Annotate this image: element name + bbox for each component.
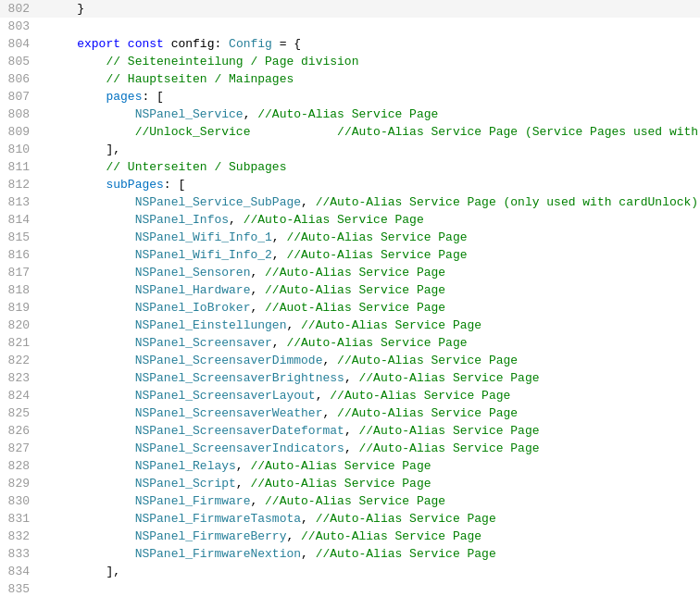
line-content: NSPanel_FirmwareNextion, //Auto-Alias Se…: [44, 545, 700, 563]
line-number: 832: [0, 528, 44, 545]
line-content: NSPanel_Service, //Auto-Alias Service Pa…: [44, 106, 700, 123]
line-number: 817: [0, 264, 44, 281]
line-content: NSPanel_Script, //Auto-Alias Service Pag…: [44, 475, 700, 492]
line-number: 811: [0, 158, 44, 176]
code-line: 822 NSPanel_ScreensaverDimmode, //Auto-A…: [0, 352, 700, 369]
line-number: 820: [0, 317, 44, 334]
code-line: 819 NSPanel_IoBroker, //Auot-Alias Servi…: [0, 299, 700, 317]
line-content: }: [44, 0, 700, 18]
code-line: 832 NSPanel_FirmwareBerry, //Auto-Alias …: [0, 528, 700, 545]
code-line: 834 ],: [0, 563, 700, 580]
line-number: 823: [0, 369, 44, 387]
code-line: 820 NSPanel_Einstellungen, //Auto-Alias …: [0, 317, 700, 334]
code-editor: 802 }803804 export const config: Config …: [0, 0, 700, 609]
code-line: 809 //Unlock_Service //Auto-Alias Servic…: [0, 123, 700, 141]
line-number: 804: [0, 35, 44, 53]
line-content: NSPanel_ScreensaverDateformat, //Auto-Al…: [44, 422, 700, 440]
line-number: 808: [0, 106, 44, 123]
line-number: 826: [0, 422, 44, 440]
code-line: 828 NSPanel_Relays, //Auto-Alias Service…: [0, 457, 700, 475]
line-number: 819: [0, 299, 44, 317]
line-content: //Unlock_Service //Auto-Alias Service Pa…: [44, 123, 700, 141]
line-content: NSPanel_Einstellungen, //Auto-Alias Serv…: [44, 317, 700, 334]
line-content: // Hauptseiten / Mainpages: [44, 70, 700, 88]
code-line: 808 NSPanel_Service, //Auto-Alias Servic…: [0, 106, 700, 123]
line-content: NSPanel_IoBroker, //Auot-Alias Service P…: [44, 299, 700, 317]
code-line: 804 export const config: Config = {: [0, 35, 700, 53]
code-line: 807 pages: [: [0, 88, 700, 106]
code-line: 818 NSPanel_Hardware, //Auto-Alias Servi…: [0, 281, 700, 299]
line-number: 814: [0, 211, 44, 229]
code-line: 812 subPages: [: [0, 176, 700, 193]
line-content: NSPanel_Wifi_Info_1, //Auto-Alias Servic…: [44, 229, 700, 246]
line-number: 803: [0, 18, 44, 35]
line-number: 827: [0, 440, 44, 457]
code-line: 817 NSPanel_Sensoren, //Auto-Alias Servi…: [0, 264, 700, 281]
code-line: 826 NSPanel_ScreensaverDateformat, //Aut…: [0, 422, 700, 440]
code-line: 816 NSPanel_Wifi_Info_2, //Auto-Alias Se…: [0, 246, 700, 264]
line-content: ],: [44, 563, 700, 580]
line-number: 831: [0, 510, 44, 528]
line-content: NSPanel_Hardware, //Auto-Alias Service P…: [44, 281, 700, 299]
code-line: 811 // Unterseiten / Subpages: [0, 158, 700, 176]
code-line: 803: [0, 18, 700, 35]
line-content: pages: [: [44, 88, 700, 106]
code-line: 823 NSPanel_ScreensaverBrightness, //Aut…: [0, 369, 700, 387]
line-content: // Seiteneinteilung / Page division: [44, 53, 700, 70]
line-number: 824: [0, 387, 44, 404]
line-content: NSPanel_Screensaver, //Auto-Alias Servic…: [44, 334, 700, 352]
line-content: NSPanel_ScreensaverIndicators, //Auto-Al…: [44, 440, 700, 457]
line-content: NSPanel_Firmware, //Auto-Alias Service P…: [44, 492, 700, 510]
line-number: 805: [0, 53, 44, 70]
code-line: 831 NSPanel_FirmwareTasmota, //Auto-Alia…: [0, 510, 700, 528]
line-content: NSPanel_Relays, //Auto-Alias Service Pag…: [44, 457, 700, 475]
line-number: 812: [0, 176, 44, 193]
line-content: NSPanel_Wifi_Info_2, //Auto-Alias Servic…: [44, 246, 700, 264]
line-content: subPages: [: [44, 176, 700, 193]
line-number: 813: [0, 193, 44, 211]
line-content: NSPanel_ScreensaverWeather, //Auto-Alias…: [44, 404, 700, 422]
code-line: 825 NSPanel_ScreensaverWeather, //Auto-A…: [0, 404, 700, 422]
line-number: 809: [0, 123, 44, 141]
line-content: NSPanel_Sensoren, //Auto-Alias Service P…: [44, 264, 700, 281]
line-content: NSPanel_Infos, //Auto-Alias Service Page: [44, 211, 700, 229]
line-number: 828: [0, 457, 44, 475]
line-number: 821: [0, 334, 44, 352]
line-content: NSPanel_Service_SubPage, //Auto-Alias Se…: [44, 193, 700, 211]
code-line: 835: [0, 580, 700, 598]
line-number: 815: [0, 229, 44, 246]
line-content: NSPanel_FirmwareTasmota, //Auto-Alias Se…: [44, 510, 700, 528]
line-content: // Unterseiten / Subpages: [44, 158, 700, 176]
line-number: 829: [0, 475, 44, 492]
code-line: 833 NSPanel_FirmwareNextion, //Auto-Alia…: [0, 545, 700, 563]
code-line: 802 }: [0, 0, 700, 18]
line-number: 818: [0, 281, 44, 299]
line-content: NSPanel_ScreensaverDimmode, //Auto-Alias…: [44, 352, 700, 369]
code-line: 815 NSPanel_Wifi_Info_1, //Auto-Alias Se…: [0, 229, 700, 246]
line-number: 835: [0, 580, 44, 598]
code-line: 814 NSPanel_Infos, //Auto-Alias Service …: [0, 211, 700, 229]
line-number: 830: [0, 492, 44, 510]
code-line: 830 NSPanel_Firmware, //Auto-Alias Servi…: [0, 492, 700, 510]
line-number: 816: [0, 246, 44, 264]
code-line: 829 NSPanel_Script, //Auto-Alias Service…: [0, 475, 700, 492]
code-line: 805 // Seiteneinteilung / Page division: [0, 53, 700, 70]
line-number: 802: [0, 0, 44, 18]
line-number: 825: [0, 404, 44, 422]
line-content: NSPanel_ScreensaverBrightness, //Auto-Al…: [44, 369, 700, 387]
line-number: 822: [0, 352, 44, 369]
line-number: 806: [0, 70, 44, 88]
line-content: NSPanel_FirmwareBerry, //Auto-Alias Serv…: [44, 528, 700, 545]
line-content: NSPanel_ScreensaverLayout, //Auto-Alias …: [44, 387, 700, 404]
code-line: 821 NSPanel_Screensaver, //Auto-Alias Se…: [0, 334, 700, 352]
line-number: 833: [0, 545, 44, 563]
line-content: export const config: Config = {: [44, 35, 700, 53]
line-number: 810: [0, 141, 44, 158]
code-line: 806 // Hauptseiten / Mainpages: [0, 70, 700, 88]
line-number: 834: [0, 563, 44, 580]
code-line: 813 NSPanel_Service_SubPage, //Auto-Alia…: [0, 193, 700, 211]
code-line: 810 ],: [0, 141, 700, 158]
line-content: ],: [44, 141, 700, 158]
code-line: 827 NSPanel_ScreensaverIndicators, //Aut…: [0, 440, 700, 457]
code-line: 824 NSPanel_ScreensaverLayout, //Auto-Al…: [0, 387, 700, 404]
